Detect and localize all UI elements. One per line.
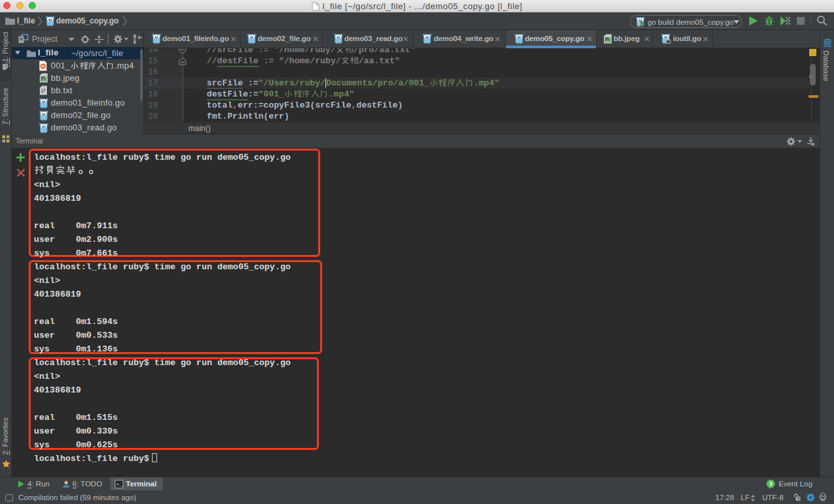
svg-text:3: 3 <box>769 481 772 487</box>
